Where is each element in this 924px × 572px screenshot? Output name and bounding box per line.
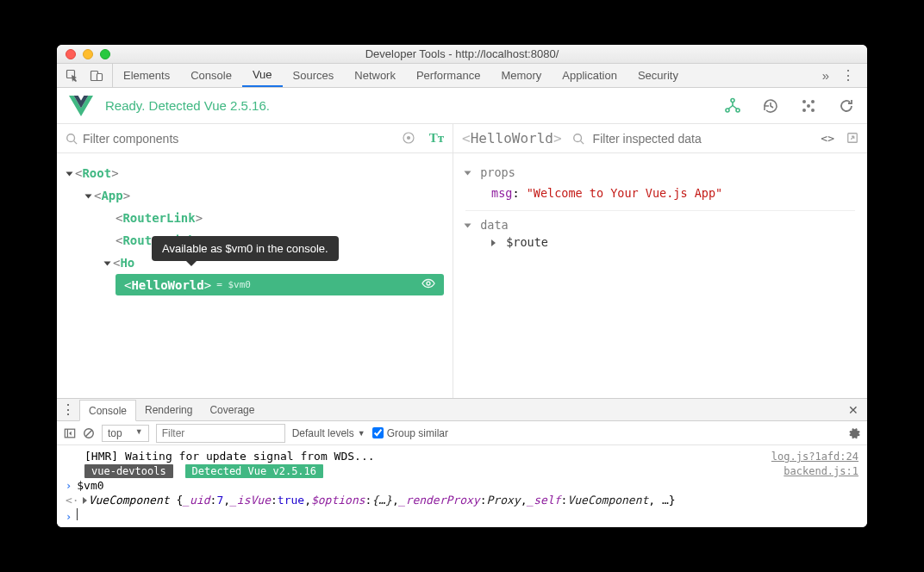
console-input-echo: › $vm0 [57,478,867,493]
vue-status-text: Ready. Detected Vue 2.5.16. [105,98,270,113]
prompt-icon: › [66,480,72,492]
vm-label: = $vm0 [216,279,251,290]
vuex-icon[interactable] [800,97,817,115]
props-section-header[interactable]: props [465,165,855,179]
drawer-tab-coverage[interactable]: Coverage [201,399,263,420]
filter-inspected-input[interactable] [593,132,821,146]
components-tab-icon[interactable] [724,97,741,115]
svg-point-9 [811,100,815,103]
clear-console-icon[interactable] [83,427,95,439]
inspect-dom-icon[interactable]: <> [821,132,834,145]
log-pill: Detected Vue v2.5.16 [185,464,324,478]
devtools-tab-security[interactable]: Security [627,64,689,87]
inspected-component-name: <HelloWorld> [462,130,562,146]
output-arrow-icon: <· [66,494,79,507]
component-tree-pane: Tт <Root> <App> <RouterLink> <RouterLink… [57,124,453,398]
search-icon [66,133,78,145]
prop-row: msg: "Welcome to Your Vue.js App" [465,183,855,203]
svg-point-10 [802,109,806,112]
devtools-tab-memory[interactable]: Memory [490,64,552,87]
vue-logo-icon [69,94,93,118]
data-row[interactable]: $route [465,235,855,249]
devtools-tabbar: ElementsConsoleVueSourcesNetworkPerforma… [57,64,867,88]
show-console-sidebar-icon[interactable] [64,427,76,439]
console-settings-icon[interactable] [847,426,860,439]
devtools-tab-network[interactable]: Network [344,64,406,87]
log-source-link[interactable]: backend.js:1 [784,465,858,477]
devtools-tab-vue[interactable]: Vue [242,64,283,87]
prop-key: msg [491,186,512,200]
history-icon[interactable] [762,97,779,115]
console-output-line[interactable]: <· VueComponent {_uid: 7, _isVue: true, … [57,493,867,507]
prompt-icon: › [66,511,72,523]
search-icon [572,133,584,145]
console-prompt[interactable]: › [57,507,867,524]
filter-components-input[interactable] [83,132,402,146]
devtools-window: Developer Tools - http://localhost:8080/… [57,45,867,527]
group-similar-checkbox[interactable]: Group similar [372,427,448,439]
format-icon[interactable]: Tт [429,131,444,146]
console-drawer: ⋮ Console Rendering Coverage ✕ top Defau… [57,398,867,527]
data-section-header[interactable]: data [465,218,855,232]
console-log-line: vue-devtools Detected Vue v2.5.16 backen… [57,463,867,478]
devtools-tab-console[interactable]: Console [180,64,242,87]
svg-rect-2 [97,73,103,80]
eye-icon[interactable] [421,277,435,293]
inspect-element-icon[interactable] [66,69,79,83]
tree-node-selected[interactable]: <HelloWorld> = $vm0 [116,274,444,295]
tree-node-root[interactable]: <Root> [64,162,449,184]
refresh-icon[interactable] [838,97,855,115]
devtools-tab-application[interactable]: Application [552,64,627,87]
minimize-window-button[interactable] [83,49,93,59]
log-source-link[interactable]: log.js?1afd:24 [771,451,858,463]
svg-point-11 [811,109,815,112]
device-toolbar-icon[interactable] [90,69,103,83]
component-details-pane: <HelloWorld> <> props msg: "Welcome to Y… [453,124,867,398]
drawer-kebab-icon[interactable]: ⋮ [57,401,79,418]
svg-point-12 [807,104,810,108]
prop-value: "Welcome to Your Vue.js App" [527,186,723,200]
svg-point-8 [802,100,806,103]
more-tabs-icon[interactable]: » [822,68,829,83]
svg-point-13 [67,134,75,141]
console-log-line: [HMR] Waiting for update signal from WDS… [57,449,867,463]
drawer-close-icon[interactable]: ✕ [840,403,867,417]
open-editor-icon[interactable] [846,132,858,145]
drawer-tab-console[interactable]: Console [79,400,136,421]
console-filter-input[interactable] [156,424,285,443]
devtools-tab-elements[interactable]: Elements [113,64,180,87]
vm-tooltip: Available as $vm0 in the console. [152,236,339,261]
log-pill: vue-devtools [84,464,173,478]
titlebar: Developer Tools - http://localhost:8080/ [57,45,867,64]
vue-toolbar: Ready. Detected Vue 2.5.16. [57,88,867,124]
close-window-button[interactable] [66,49,76,59]
svg-point-5 [731,98,734,102]
devtools-tab-sources[interactable]: Sources [283,64,345,87]
svg-point-17 [573,134,581,141]
target-icon[interactable] [402,131,415,146]
devtools-tab-performance[interactable]: Performance [406,64,490,87]
zoom-window-button[interactable] [100,49,110,59]
tree-node-routerlink[interactable]: <RouterLink> [64,207,449,229]
context-selector[interactable]: top [102,425,149,442]
svg-point-15 [407,137,409,140]
window-title: Developer Tools - http://localhost:8080/ [57,47,867,60]
tree-node-app[interactable]: <App> [64,184,449,207]
log-levels-selector[interactable]: Default levels▼ [292,427,365,439]
kebab-menu-icon[interactable]: ⋮ [841,67,855,84]
svg-point-16 [427,282,430,285]
drawer-tab-rendering[interactable]: Rendering [136,399,201,420]
